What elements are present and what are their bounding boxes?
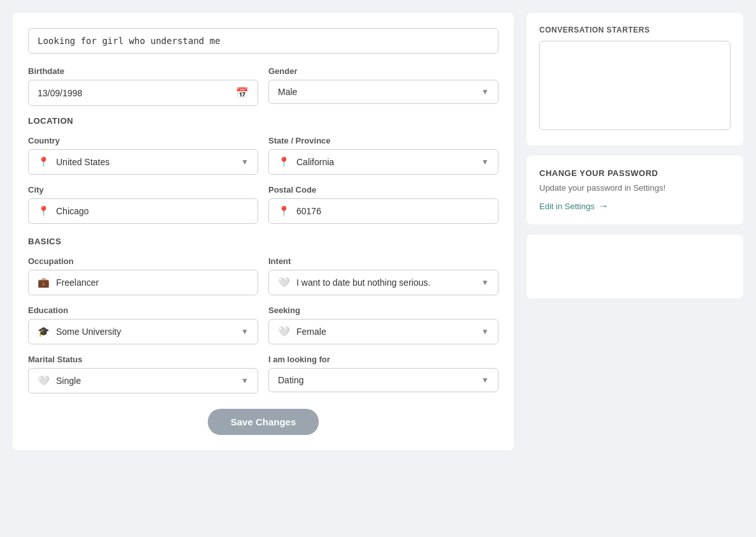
basics-section: BASICS Occupation 💼 Freelancer Intent 🤍 … (28, 237, 498, 394)
marital-select[interactable]: 🤍 Single ▼ (28, 368, 258, 394)
city-input-wrapper[interactable]: 📍 Chicago (28, 198, 258, 224)
looking-for-field: I am looking for Dating ▼ (268, 355, 498, 394)
occupation-field: Occupation 💼 Freelancer (28, 256, 258, 295)
intent-select[interactable]: 🤍 I want to date but nothing serious. ▼ (268, 270, 498, 295)
marital-label: Marital Status (28, 355, 258, 364)
state-value: California (296, 157, 481, 167)
education-seeking-row: Education 🎓 Some University ▼ Seeking 🤍 … (28, 305, 498, 344)
state-select[interactable]: 📍 California ▼ (268, 149, 498, 175)
seeking-field: Seeking 🤍 Female ▼ (268, 305, 498, 344)
occupation-input-wrapper[interactable]: 💼 Freelancer (28, 270, 258, 295)
seeking-chevron-icon: ▼ (481, 327, 489, 336)
looking-for-label: I am looking for (268, 355, 498, 364)
location-pin-icon: 📍 (38, 156, 50, 168)
city-pin-icon: 📍 (38, 205, 50, 217)
convo-starters-title: CONVERSATION STARTERS (539, 26, 731, 34)
birthdate-value: 13/09/1998 (38, 88, 236, 98)
city-label: City (28, 185, 258, 195)
intent-chevron-icon: ▼ (481, 278, 489, 287)
change-pw-title: CHANGE YOUR PASSWORD (539, 168, 731, 178)
marital-value: Single (56, 376, 241, 386)
graduation-icon: 🎓 (38, 326, 50, 337)
education-select[interactable]: 🎓 Some University ▼ (28, 319, 258, 344)
birthdate-field: Birthdate 13/09/1998 📅 (28, 66, 258, 106)
convo-starters-card: CONVERSATION STARTERS (527, 13, 743, 145)
city-value: Chicago (56, 206, 249, 216)
briefcase-icon: 💼 (38, 277, 50, 288)
seeking-heart-icon: 🤍 (278, 326, 290, 337)
education-chevron-icon: ▼ (241, 327, 249, 336)
education-value: Some University (56, 327, 241, 337)
change-password-card: CHANGE YOUR PASSWORD Update your passwor… (527, 156, 743, 224)
birthdate-input-wrapper[interactable]: 13/09/1998 📅 (28, 80, 258, 106)
page-container: Looking for girl who understand me Birth… (0, 0, 756, 463)
city-postal-row: City 📍 Chicago Postal Code 📍 60176 (28, 185, 498, 224)
country-field: Country 📍 United States ▼ (28, 136, 258, 175)
birthdate-label: Birthdate (28, 66, 258, 76)
basics-header: BASICS (28, 237, 498, 246)
country-state-row: Country 📍 United States ▼ State / Provin… (28, 136, 498, 175)
intent-field: Intent 🤍 I want to date but nothing seri… (268, 256, 498, 295)
state-chevron-icon: ▼ (481, 158, 489, 166)
marital-field: Marital Status 🤍 Single ▼ (28, 355, 258, 394)
main-content: Looking for girl who understand me Birth… (13, 13, 514, 450)
convo-starters-textarea[interactable] (539, 41, 731, 130)
postal-field: Postal Code 📍 60176 (268, 185, 498, 224)
education-field: Education 🎓 Some University ▼ (28, 305, 258, 344)
calendar-icon: 📅 (236, 87, 249, 99)
state-field: State / Province 📍 California ▼ (268, 136, 498, 175)
gender-select[interactable]: Male ▼ (268, 80, 498, 104)
postal-pin-icon: 📍 (278, 205, 290, 217)
seeking-select[interactable]: 🤍 Female ▼ (268, 319, 498, 344)
extra-sidebar-card (527, 235, 743, 298)
marital-chevron-icon: ▼ (241, 376, 249, 385)
seeking-label: Seeking (268, 305, 498, 315)
looking-for-value: Dating (278, 375, 481, 385)
country-value: United States (56, 157, 241, 167)
location-section: LOCATION Country 📍 United States ▼ State… (28, 116, 498, 224)
looking-for-select[interactable]: Dating ▼ (268, 368, 498, 392)
gender-chevron-icon: ▼ (481, 87, 489, 96)
occupation-value: Freelancer (56, 277, 249, 288)
gender-field: Gender Male ▼ (268, 66, 498, 106)
intent-label: Intent (268, 256, 498, 266)
gender-label: Gender (268, 66, 498, 76)
marital-heart-icon: 🤍 (38, 375, 50, 386)
state-pin-icon: 📍 (278, 156, 290, 168)
location-header: LOCATION (28, 116, 498, 126)
marital-looking-row: Marital Status 🤍 Single ▼ I am looking f… (28, 355, 498, 394)
bio-field: Looking for girl who understand me (28, 28, 498, 56)
state-label: State / Province (268, 136, 498, 145)
occupation-intent-row: Occupation 💼 Freelancer Intent 🤍 I want … (28, 256, 498, 295)
seeking-value: Female (296, 327, 481, 337)
arrow-right-icon: → (599, 200, 609, 212)
city-field: City 📍 Chicago (28, 185, 258, 224)
intent-value: I want to date but nothing serious. (296, 277, 481, 288)
heart-icon: 🤍 (278, 277, 290, 288)
change-pw-description: Update your password in Settings! (539, 183, 731, 193)
save-changes-button[interactable]: Save Changes (208, 409, 319, 435)
postal-value: 60176 (296, 206, 489, 216)
bio-textarea[interactable]: Looking for girl who understand me (28, 28, 498, 54)
education-label: Education (28, 305, 258, 315)
country-select[interactable]: 📍 United States ▼ (28, 149, 258, 175)
gender-value: Male (278, 87, 481, 97)
save-btn-container: Save Changes (28, 409, 498, 435)
edit-settings-link[interactable]: Edit in Settings → (539, 200, 731, 212)
sidebar: CONVERSATION STARTERS CHANGE YOUR PASSWO… (527, 13, 743, 450)
postal-input-wrapper[interactable]: 📍 60176 (268, 198, 498, 224)
postal-label: Postal Code (268, 185, 498, 195)
looking-for-chevron-icon: ▼ (481, 376, 489, 385)
country-label: Country (28, 136, 258, 145)
edit-settings-link-text: Edit in Settings (539, 202, 595, 211)
occupation-label: Occupation (28, 256, 258, 266)
birthdate-gender-row: Birthdate 13/09/1998 📅 Gender Male ▼ (28, 66, 498, 106)
country-chevron-icon: ▼ (241, 158, 249, 166)
